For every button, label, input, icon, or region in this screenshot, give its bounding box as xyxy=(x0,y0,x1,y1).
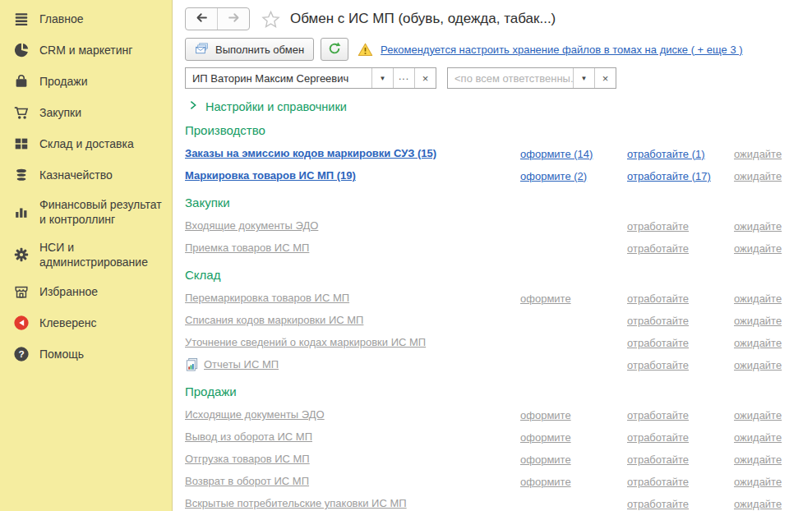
sidebar-item-label: Клеверенс xyxy=(39,315,96,330)
settings-and-catalogs-label: Настройки и справочники xyxy=(205,100,347,113)
organization-dropdown-button[interactable]: ▼ xyxy=(371,68,393,88)
sidebar-item-finrezultat[interactable]: Финансовый результат и контроллинг xyxy=(0,191,172,233)
sidebar-item-zakupki[interactable]: Закупки xyxy=(0,97,172,128)
action-link[interactable]: ожидайте xyxy=(734,409,782,421)
sidebar-item-glavnoe[interactable]: Главное xyxy=(0,3,172,35)
document-link[interactable]: Списания кодов маркировки ИС МП xyxy=(185,314,363,326)
section-prodazhi: ПродажиИсходящие документы ЭДОоформитеот… xyxy=(185,385,812,511)
document-link[interactable]: Уточнение сведений о кодах маркировки ИС… xyxy=(185,336,426,348)
pie-chart-icon xyxy=(12,41,30,59)
row-label-cell: Возврат в оборот ИС МП xyxy=(185,475,520,487)
table-row: Вскрытые потребительские упаковки ИС МПо… xyxy=(185,492,812,511)
action-cell: ожидайте xyxy=(734,241,812,256)
back-button[interactable] xyxy=(186,8,217,30)
warning-icon xyxy=(358,42,373,58)
action-link[interactable]: отработайте xyxy=(627,315,689,327)
row-label-cell: Входящие документы ЭДО xyxy=(185,219,520,232)
help-icon: ? xyxy=(12,345,30,363)
action-link[interactable]: ожидайте xyxy=(734,148,782,160)
action-link[interactable]: ожидайте xyxy=(734,453,782,466)
action-link[interactable]: ожидайте xyxy=(734,220,782,232)
action-link[interactable]: ожидайте xyxy=(734,242,782,255)
sidebar-item-kaznacheystvo[interactable]: Казначейство xyxy=(0,159,172,191)
document-link[interactable]: Перемаркировка товаров ИС МП xyxy=(185,292,349,304)
action-link[interactable]: отработайте xyxy=(627,498,689,510)
action-link[interactable]: ожидайте xyxy=(734,359,782,371)
row-label-cell: Приемка товаров ИС МП xyxy=(185,242,520,254)
action-link[interactable]: отработайте xyxy=(627,359,689,371)
organization-value[interactable]: ИП Ваторин Максим Сергеевич xyxy=(186,68,371,88)
storage-recommendation-link[interactable]: Рекомендуется настроить хранение файлов … xyxy=(381,44,743,56)
action-cell: оформите xyxy=(520,407,627,422)
action-cell: отработайте xyxy=(627,452,734,467)
action-link[interactable]: отработайте xyxy=(627,292,689,305)
action-link[interactable]: ожидайте xyxy=(734,431,782,444)
organization-clear-button[interactable]: × xyxy=(414,68,436,88)
page-title: Обмен с ИС МП (обувь, одежда, табак...) xyxy=(290,11,556,27)
table-row: Уточнение сведений о кодах маркировки ИС… xyxy=(185,331,812,353)
action-link[interactable]: оформите xyxy=(520,431,571,444)
row-label-cell: Маркировка товаров ИС МП (19) xyxy=(185,169,520,182)
action-cell: ожидайте xyxy=(734,430,812,444)
action-link[interactable]: оформите xyxy=(520,292,571,305)
action-link[interactable]: отработайте xyxy=(627,409,689,421)
execute-exchange-button[interactable]: Выполнить обмен xyxy=(185,38,314,61)
organization-more-button[interactable]: ... xyxy=(393,68,414,88)
document-link[interactable]: Отчеты ИС МП xyxy=(204,358,279,371)
sidebar-item-nsi[interactable]: НСИ и администрирование xyxy=(0,233,172,276)
action-link[interactable]: ожидайте xyxy=(734,337,782,349)
sidebar-item-pomosch[interactable]: ?Помощь xyxy=(0,338,172,370)
action-link[interactable]: оформите xyxy=(520,476,571,488)
sidebar-item-label: CRM и маркетинг xyxy=(39,43,132,58)
responsible-placeholder[interactable]: <по всем ответственны... xyxy=(448,68,573,88)
action-link[interactable]: ожидайте xyxy=(734,476,782,488)
action-cell: ожидайте xyxy=(734,219,812,233)
action-link[interactable]: отработайте xyxy=(627,337,689,349)
document-link[interactable]: Отгрузка товаров ИС МП xyxy=(185,453,310,465)
action-link[interactable]: отработайте (1) xyxy=(627,148,705,160)
action-link[interactable]: отработайте xyxy=(627,476,689,488)
action-link[interactable]: ожидайте xyxy=(734,498,782,510)
action-link[interactable]: оформите (14) xyxy=(520,148,593,160)
sidebar-item-izbrannoe[interactable]: Избранное xyxy=(0,276,172,307)
document-link[interactable]: Маркировка товаров ИС МП (19) xyxy=(185,169,356,182)
table-row: Приемка товаров ИС МПотработайтеожидайте xyxy=(185,237,812,259)
action-link[interactable]: отработайте xyxy=(627,220,689,232)
action-cell: отработайте xyxy=(627,335,734,350)
document-link[interactable]: Входящие документы ЭДО xyxy=(185,219,318,232)
action-link[interactable]: ожидайте xyxy=(734,315,782,327)
row-label-cell: Отчеты ИС МП xyxy=(185,357,520,371)
settings-and-catalogs-toggle[interactable]: Настройки и справочники xyxy=(187,99,812,114)
sidebar-item-prodazhi[interactable]: Продажи xyxy=(0,66,172,97)
action-link[interactable]: оформите xyxy=(520,453,571,466)
forward-button[interactable] xyxy=(217,8,249,30)
sidebar-item-crm[interactable]: CRM и маркетинг xyxy=(0,35,172,66)
main-panel: Обмен с ИС МП (обувь, одежда, табак...) … xyxy=(173,0,812,511)
table-row: Входящие документы ЭДОотработайтеожидайт… xyxy=(185,214,812,237)
action-link[interactable]: оформите xyxy=(520,409,571,421)
document-link[interactable]: Заказы на эмиссию кодов маркировки СУЗ (… xyxy=(185,147,436,159)
section-proizvodstvo: ПроизводствоЗаказы на эмиссию кодов марк… xyxy=(185,124,812,186)
sidebar-item-sklad[interactable]: Склад и доставка xyxy=(0,128,172,159)
responsible-clear-button[interactable]: × xyxy=(594,68,616,88)
action-link[interactable]: отработайте xyxy=(627,453,689,466)
table-row: Перемаркировка товаров ИС МПоформитеотра… xyxy=(185,287,812,309)
document-link[interactable]: Вывод из оборота ИС МП xyxy=(185,430,312,443)
action-link[interactable]: отработайте xyxy=(627,431,689,444)
document-link[interactable]: Исходящие документы ЭДО xyxy=(185,408,325,421)
action-link[interactable]: отработайте (17) xyxy=(627,170,711,182)
document-link[interactable]: Возврат в оборот ИС МП xyxy=(185,475,309,487)
action-link[interactable]: ожидайте xyxy=(734,292,782,305)
action-link[interactable]: отработайте xyxy=(627,242,689,255)
document-link[interactable]: Приемка товаров ИС МП xyxy=(185,242,309,254)
action-link[interactable]: ожидайте xyxy=(734,170,782,182)
sidebar-item-kleverens[interactable]: Клеверенс xyxy=(0,307,172,338)
app-window: ГлавноеCRM и маркетингПродажиЗакупкиСкла… xyxy=(0,0,812,511)
favorite-star-icon[interactable] xyxy=(261,10,280,29)
action-link[interactable]: оформите (2) xyxy=(520,170,587,182)
sidebar: ГлавноеCRM и маркетингПродажиЗакупкиСкла… xyxy=(0,0,173,511)
row-label-cell: Заказы на эмиссию кодов маркировки СУЗ (… xyxy=(185,147,520,159)
refresh-button[interactable] xyxy=(321,38,348,61)
responsible-dropdown-button[interactable]: ▼ xyxy=(573,68,594,88)
document-link[interactable]: Вскрытые потребительские упаковки ИС МП xyxy=(185,497,407,509)
